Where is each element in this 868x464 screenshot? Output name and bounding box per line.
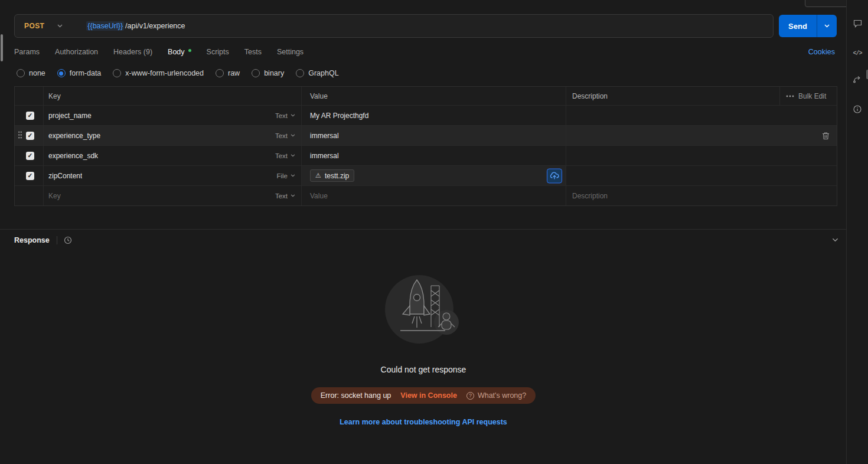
response-empty-state: Could not get response Error: socket han… bbox=[0, 273, 847, 426]
chevron-down-icon bbox=[824, 24, 830, 28]
key-cell[interactable]: project_name bbox=[48, 112, 92, 120]
history-clock-icon bbox=[63, 236, 73, 245]
code-snippet-icon[interactable]: </> bbox=[851, 47, 863, 59]
error-banner: Error: socket hang up View in Console ? … bbox=[311, 387, 536, 404]
radio-graphql[interactable]: GraphQL bbox=[296, 69, 338, 77]
description-cell[interactable] bbox=[566, 106, 837, 125]
send-options-button[interactable] bbox=[817, 15, 837, 37]
whats-wrong-link[interactable]: ? What's wrong? bbox=[466, 391, 526, 400]
info-icon[interactable] bbox=[851, 103, 863, 115]
file-chip[interactable]: ⚠ testt.zip bbox=[310, 169, 354, 182]
request-pane: POST {{baseUrl}} /api/v1/experience Send… bbox=[0, 0, 847, 464]
collapse-response-button[interactable] bbox=[832, 238, 838, 242]
table-row: ✓ project_name Text My AR Projecthgfd bbox=[15, 105, 837, 125]
table-row: ✓ zipContent File ⚠ testt.zip bbox=[15, 165, 837, 185]
radio-x-www-form-urlencoded[interactable]: x-www-form-urlencoded bbox=[113, 69, 204, 77]
tab-tests[interactable]: Tests bbox=[244, 48, 262, 56]
ellipsis-icon bbox=[786, 95, 794, 97]
divider bbox=[57, 236, 57, 244]
method-label: POST bbox=[24, 22, 44, 30]
row-checkbox[interactable]: ✓ bbox=[26, 132, 34, 140]
row-checkbox[interactable]: ✓ bbox=[26, 112, 34, 120]
type-dropdown[interactable]: Text bbox=[275, 112, 295, 119]
method-selector[interactable]: POST bbox=[15, 15, 71, 37]
check-icon: ✓ bbox=[28, 132, 33, 139]
partial-toolbar-button[interactable] bbox=[805, 0, 851, 7]
rocket-illustration bbox=[373, 273, 474, 349]
tab-authorization[interactable]: Authorization bbox=[55, 48, 98, 56]
modified-dot bbox=[188, 49, 191, 52]
key-cell[interactable]: zipContent bbox=[48, 172, 82, 180]
type-dropdown[interactable]: File bbox=[276, 172, 295, 179]
troubleshooting-link[interactable]: Learn more about troubleshooting API req… bbox=[340, 418, 507, 426]
chevron-down-icon bbox=[291, 134, 295, 137]
cookies-link[interactable]: Cookies bbox=[808, 48, 835, 56]
key-cell[interactable]: experience_sdk bbox=[48, 152, 98, 160]
tab-scripts[interactable]: Scripts bbox=[207, 48, 229, 56]
row-checkbox[interactable]: ✓ bbox=[26, 172, 34, 180]
tab-body[interactable]: Body bbox=[168, 48, 191, 56]
type-dropdown[interactable]: Text bbox=[275, 192, 295, 200]
url-path: /api/v1/experience bbox=[125, 22, 185, 30]
value-input-placeholder[interactable]: Value bbox=[302, 186, 566, 205]
send-button[interactable]: Send bbox=[779, 15, 817, 37]
description-cell[interactable] bbox=[566, 146, 837, 165]
error-message: Error: socket hang up bbox=[321, 391, 391, 400]
trash-icon bbox=[822, 132, 830, 140]
delete-row-button[interactable] bbox=[822, 132, 830, 140]
chevron-down-icon bbox=[291, 154, 295, 157]
url-input[interactable]: {{baseUrl}} /api/v1/experience bbox=[71, 15, 773, 37]
check-icon: ✓ bbox=[28, 172, 33, 179]
view-in-console-link[interactable]: View in Console bbox=[400, 391, 457, 400]
description-cell[interactable] bbox=[566, 166, 837, 185]
header-key: Key bbox=[44, 87, 302, 105]
key-input-placeholder[interactable]: Key bbox=[48, 192, 61, 200]
upload-file-button[interactable] bbox=[547, 168, 562, 183]
value-cell[interactable]: immersal bbox=[302, 146, 566, 165]
response-history-button[interactable] bbox=[63, 236, 73, 245]
question-circle-icon: ? bbox=[466, 392, 474, 400]
radio-form-data[interactable]: form-data bbox=[57, 69, 102, 77]
related-requests-icon[interactable] bbox=[851, 73, 863, 85]
body-type-selector: none form-data x-www-form-urlencoded raw… bbox=[17, 67, 339, 79]
comments-icon[interactable] bbox=[851, 18, 863, 30]
url-bar: POST {{baseUrl}} /api/v1/experience bbox=[14, 14, 774, 38]
description-input-placeholder[interactable]: Description bbox=[566, 186, 837, 205]
radio-icon bbox=[296, 69, 304, 77]
response-header: Response bbox=[0, 229, 847, 250]
radio-icon bbox=[113, 69, 121, 77]
app-root: POST {{baseUrl}} /api/v1/experience Send… bbox=[0, 0, 868, 464]
type-dropdown[interactable]: Text bbox=[275, 152, 295, 159]
tab-params[interactable]: Params bbox=[14, 48, 40, 56]
empty-response-title: Could not get response bbox=[381, 365, 466, 374]
warning-icon: ⚠ bbox=[315, 172, 321, 179]
value-cell[interactable]: My AR Projecthgfd bbox=[302, 106, 566, 125]
key-cell[interactable]: experience_type bbox=[48, 132, 100, 140]
type-dropdown[interactable]: Text bbox=[275, 132, 295, 139]
radio-icon bbox=[216, 69, 224, 77]
check-icon: ✓ bbox=[28, 112, 33, 119]
radio-selected-icon bbox=[57, 69, 66, 77]
request-tabs: Params Authorization Headers (9) Body Sc… bbox=[14, 45, 304, 59]
chevron-down-icon bbox=[291, 194, 295, 197]
radio-none[interactable]: none bbox=[17, 69, 45, 77]
chevron-down-icon bbox=[57, 24, 63, 28]
send-split-button: Send bbox=[779, 15, 837, 37]
check-icon: ✓ bbox=[28, 152, 33, 159]
radio-icon bbox=[252, 69, 260, 77]
radio-binary[interactable]: binary bbox=[252, 69, 284, 77]
value-cell[interactable]: immersal bbox=[302, 126, 566, 145]
chevron-down-icon bbox=[291, 114, 295, 117]
tab-settings[interactable]: Settings bbox=[277, 48, 304, 56]
table-row-empty: Key Text Value Description bbox=[15, 185, 837, 205]
bulk-edit-button[interactable]: Bulk Edit bbox=[780, 87, 837, 105]
chevron-down-icon bbox=[832, 238, 838, 242]
radio-icon bbox=[17, 69, 25, 77]
file-name: testt.zip bbox=[325, 172, 349, 180]
tab-headers[interactable]: Headers (9) bbox=[113, 48, 152, 56]
radio-raw[interactable]: raw bbox=[216, 69, 240, 77]
row-checkbox[interactable]: ✓ bbox=[26, 152, 34, 160]
url-variable: {{baseUrl}} bbox=[86, 21, 124, 31]
description-cell[interactable] bbox=[566, 126, 837, 145]
table-header: Key Value Description Bulk Edit bbox=[15, 87, 837, 105]
